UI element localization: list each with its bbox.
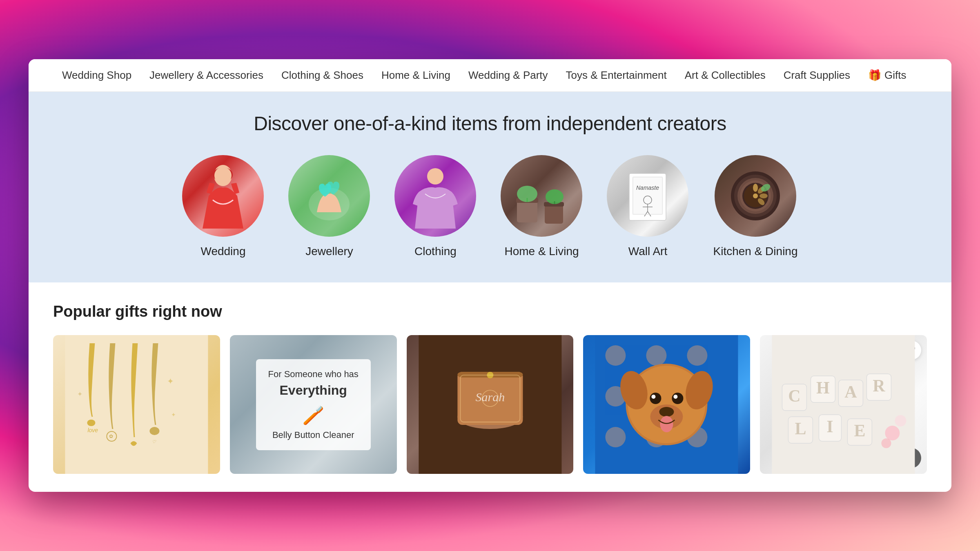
nav-clothing-shoes[interactable]: Clothing & Shoes <box>272 59 372 92</box>
svg-point-35 <box>87 420 95 426</box>
category-wedding[interactable]: Wedding <box>182 155 264 258</box>
category-jewellery[interactable]: Jewellery <box>288 155 370 258</box>
home-living-svg <box>509 163 574 229</box>
svg-point-2 <box>214 167 232 184</box>
nav-home-living[interactable]: Home & Living <box>372 59 459 92</box>
category-home-label: Home & Living <box>504 245 579 258</box>
product-card-3[interactable]: Sarah <box>407 335 574 474</box>
nav-craft-supplies[interactable]: Craft Supplies <box>775 59 859 92</box>
nav-gifts[interactable]: 🎁 Gifts <box>859 59 915 92</box>
gift-icon: 🎁 <box>868 69 881 82</box>
svg-rect-5 <box>517 200 537 222</box>
belly-button-icon: 🪥 <box>268 404 359 426</box>
jewelry-box-svg: Sarah <box>407 335 574 474</box>
svg-point-64 <box>659 407 674 417</box>
jewellery-svg <box>296 163 362 229</box>
svg-rect-9 <box>545 204 563 224</box>
belly-line1: For Someone who has <box>268 369 359 380</box>
belly-card-content: For Someone who has Everything 🪥 Belly B… <box>256 359 371 450</box>
svg-text:Sarah: Sarah <box>475 390 505 404</box>
svg-point-28 <box>753 184 758 192</box>
hero-title: Discover one-of-a-kind items from indepe… <box>53 112 927 135</box>
product-card-4[interactable] <box>583 335 750 474</box>
category-wall-art-image: Namaste <box>607 155 688 237</box>
navbar: Wedding Shop Jewellery & Accessories Clo… <box>29 59 951 92</box>
category-kitchen-image <box>715 155 796 237</box>
svg-point-53 <box>606 345 626 366</box>
nav-art-collectibles[interactable]: Art & Collectibles <box>676 59 775 92</box>
category-jewellery-image <box>288 155 370 237</box>
clothing-svg <box>407 163 464 229</box>
svg-text:R: R <box>873 376 885 395</box>
products-row: love ✿ ♡ ✦ ✦ <box>53 335 927 474</box>
nav-wedding-shop[interactable]: Wedding Shop <box>53 59 140 92</box>
svg-point-65 <box>650 393 662 404</box>
category-clothing-label: Clothing <box>414 245 457 258</box>
product-card-2[interactable]: For Someone who has Everything 🪥 Belly B… <box>230 335 397 474</box>
name-puzzle-svg: C H A R L I <box>760 335 927 474</box>
svg-point-4 <box>427 168 443 184</box>
svg-text:C: C <box>788 387 800 405</box>
svg-point-89 <box>882 438 891 448</box>
svg-point-30 <box>760 193 768 198</box>
svg-point-71 <box>660 416 673 432</box>
svg-text:♡: ♡ <box>152 439 156 444</box>
svg-text:I: I <box>826 417 833 436</box>
category-wall-art[interactable]: Namaste Wall Art <box>607 155 688 258</box>
nav-wedding-party[interactable]: Wedding & Party <box>459 59 557 92</box>
necklaces-svg: love ✿ ♡ ✦ ✦ <box>53 335 220 474</box>
svg-text:H: H <box>816 378 830 397</box>
wedding-woman-svg <box>196 163 249 229</box>
product-card-1[interactable]: love ✿ ♡ ✦ ✦ <box>53 335 220 474</box>
category-clothing-image <box>394 155 476 237</box>
svg-text:A: A <box>844 382 857 401</box>
svg-text:✿: ✿ <box>109 433 113 439</box>
nav-toys-entertainment[interactable]: Toys & Entertainment <box>557 59 676 92</box>
belly-line3: Belly Button Cleaner <box>268 430 359 440</box>
category-wall-art-label: Wall Art <box>628 245 667 258</box>
svg-text:✦: ✦ <box>77 391 82 398</box>
category-kitchen-label: Kitchen & Dining <box>713 245 797 258</box>
svg-text:L: L <box>795 419 806 438</box>
popular-section: Popular gifts right now love ✿ <box>29 282 951 492</box>
belly-line2: Everything <box>268 383 359 398</box>
category-wedding-label: Wedding <box>200 245 245 258</box>
svg-text:✦: ✦ <box>167 377 174 386</box>
wall-art-svg: Namaste <box>615 163 680 229</box>
dog-blanket-svg <box>583 335 750 474</box>
nav-jewellery-accessories[interactable]: Jewellery & Accessories <box>140 59 272 92</box>
category-jewellery-label: Jewellery <box>305 245 353 258</box>
svg-point-67 <box>652 395 656 399</box>
svg-text:Namaste: Namaste <box>636 184 659 191</box>
category-kitchen-dining[interactable]: Kitchen & Dining <box>713 155 797 258</box>
product-card-5[interactable]: ♡ ▶ C H A R <box>760 335 927 474</box>
svg-text:✦: ✦ <box>171 411 176 418</box>
svg-point-55 <box>687 345 708 366</box>
svg-point-54 <box>646 345 667 366</box>
svg-point-39 <box>149 427 159 435</box>
category-home-living[interactable]: Home & Living <box>501 155 582 258</box>
popular-title: Popular gifts right now <box>53 303 927 320</box>
svg-point-66 <box>672 393 684 404</box>
category-clothing[interactable]: Clothing <box>394 155 476 258</box>
categories-row: Wedding Jewellery <box>53 155 927 258</box>
category-home-image <box>501 155 582 237</box>
browser-window: Wedding Shop Jewellery & Accessories Clo… <box>29 59 951 492</box>
svg-point-88 <box>895 415 906 427</box>
svg-text:E: E <box>854 421 866 440</box>
belly-button-overlay: For Someone who has Everything 🪥 Belly B… <box>230 335 397 474</box>
svg-point-68 <box>674 395 678 399</box>
svg-point-58 <box>606 427 626 447</box>
svg-point-32 <box>753 193 758 198</box>
svg-text:love: love <box>87 427 98 433</box>
svg-point-87 <box>885 426 900 440</box>
hero-section: Discover one-of-a-kind items from indepe… <box>29 92 951 282</box>
category-wedding-image <box>182 155 264 237</box>
kitchen-svg <box>723 163 788 229</box>
